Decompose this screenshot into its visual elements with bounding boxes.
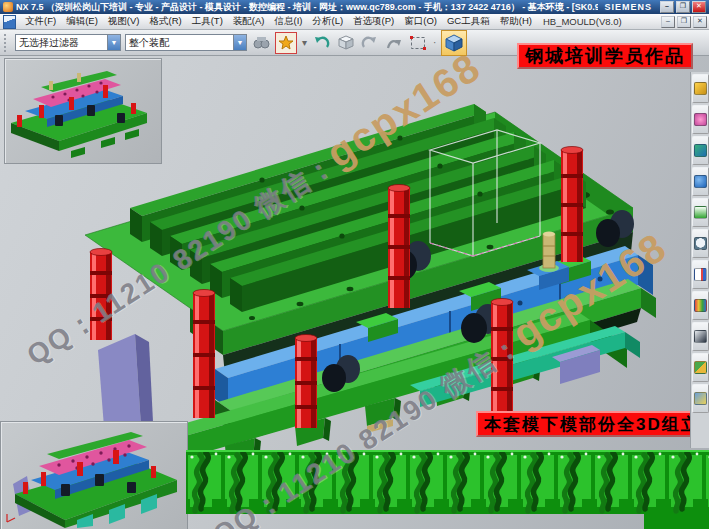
close-button[interactable]: ✕: [692, 1, 706, 13]
menu-analysis[interactable]: 分析(L): [307, 15, 348, 28]
chevron-down-icon[interactable]: ▼: [233, 35, 246, 50]
process-studio-icon[interactable]: [692, 260, 709, 289]
toolbar-separator: ·: [433, 37, 436, 48]
redo-icon[interactable]: [360, 33, 380, 53]
menu-help[interactable]: 帮助(H): [495, 15, 537, 28]
part-document-icon: [3, 15, 16, 29]
toolbar-grip[interactable]: [4, 34, 9, 52]
assembly-banner: 本套模下模部份全3D组立图: [476, 411, 709, 437]
doc-close-button[interactable]: ✕: [693, 16, 707, 28]
history-icon[interactable]: [692, 229, 709, 258]
binoculars-icon[interactable]: [251, 33, 271, 53]
menu-format[interactable]: 格式(R): [144, 15, 186, 28]
module-label: HB_MOULD(V8.0): [543, 16, 622, 27]
bend-arrow-icon[interactable]: [384, 33, 404, 53]
menu-view[interactable]: 视图(V): [103, 15, 145, 28]
type-filter-combo[interactable]: 无选择过滤器 ▼: [15, 34, 121, 51]
rectangle-select-icon[interactable]: [408, 33, 428, 53]
menu-window[interactable]: 窗口(O): [399, 15, 442, 28]
part-navigator-icon[interactable]: [692, 136, 709, 165]
thumbnail-bottom-left-model: [1, 422, 185, 528]
reuse-library-icon[interactable]: [692, 198, 709, 227]
chevron-down-icon[interactable]: ▼: [107, 35, 120, 50]
dropdown-caret-icon[interactable]: ▾: [302, 37, 307, 48]
selection-tools-icon[interactable]: [692, 322, 709, 351]
resource-bar: [690, 72, 709, 448]
title-bar: NX 7.5 （深圳松岗山下培训 - 专业 - 产品设计 - 模具设计 - 数控…: [0, 0, 709, 14]
siemens-logo: SIEMENS: [604, 2, 652, 12]
menu-assemblies[interactable]: 装配(A): [228, 15, 270, 28]
scope-combo[interactable]: 整个装配 ▼: [125, 34, 247, 51]
visualization-icon[interactable]: [692, 291, 709, 320]
thumbnail-bottom-left[interactable]: [0, 421, 188, 529]
internet-browser-icon[interactable]: [692, 167, 709, 196]
menu-preferences[interactable]: 首选项(P): [348, 15, 399, 28]
menu-bar: 文件(F) 编辑(E) 视图(V) 格式(R) 工具(T) 装配(A) 信息(I…: [0, 14, 709, 30]
thumbnail-top-left-model: [5, 59, 159, 161]
strip-layout-row: [186, 449, 709, 529]
restore-button[interactable]: ❐: [676, 1, 690, 13]
roles-icon[interactable]: [692, 353, 709, 382]
undo-icon[interactable]: [312, 33, 332, 53]
nx-application-window: { "window": { "app_title": "NX 7.5 （深圳松岗…: [0, 0, 709, 529]
menu-tools[interactable]: 工具(T): [187, 15, 228, 28]
assembly-navigator-icon[interactable]: [692, 74, 709, 103]
minimize-button[interactable]: –: [660, 1, 674, 13]
window-title: NX 7.5 （深圳松岗山下培训 - 专业 - 产品设计 - 模具设计 - 数控…: [16, 1, 598, 14]
doc-minimize-button[interactable]: –: [661, 16, 675, 28]
doc-restore-button[interactable]: ❐: [677, 16, 691, 28]
training-banner: 钢城培训学员作品: [517, 43, 693, 69]
erase-box-icon[interactable]: [336, 33, 356, 53]
type-filter-value: 无选择过滤器: [16, 36, 107, 50]
image-capture-icon[interactable]: [692, 384, 709, 413]
snap-point-icon[interactable]: [275, 32, 297, 54]
menu-information[interactable]: 信息(I): [270, 15, 308, 28]
scope-value: 整个装配: [126, 36, 233, 50]
thumbnail-top-left[interactable]: [4, 58, 162, 164]
menu-file[interactable]: 文件(F): [20, 15, 61, 28]
menu-edit[interactable]: 编辑(E): [61, 15, 103, 28]
menu-gc-toolbox[interactable]: GC工具箱: [442, 15, 495, 28]
assembly-banner-text: 本套模下模部份全3D组立图: [484, 413, 709, 436]
training-banner-text: 钢城培训学员作品: [525, 44, 685, 68]
nx-app-icon: [3, 2, 13, 12]
view-cube-icon[interactable]: [441, 30, 467, 56]
constraint-navigator-icon[interactable]: [692, 105, 709, 134]
